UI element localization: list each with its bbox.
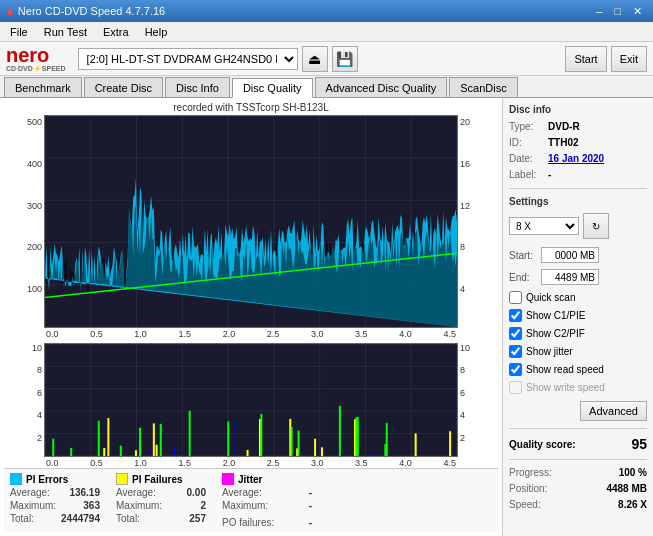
tab-create-disc[interactable]: Create Disc <box>84 77 163 97</box>
tab-benchmark[interactable]: Benchmark <box>4 77 82 97</box>
drive-selector[interactable]: [2:0] HL-DT-ST DVDRAM GH24NSD0 LH00 <box>78 48 298 70</box>
legend-area: PI Errors Average: 136.19 Maximum: 363 T… <box>4 468 498 532</box>
menu-help[interactable]: Help <box>139 24 174 40</box>
top-y-axis-left: 500400300200100 <box>24 115 44 328</box>
show-jitter-row: Show jitter <box>509 345 647 358</box>
disc-info-title: Disc info <box>509 104 647 115</box>
speed-row: 8 X ↻ <box>509 213 647 239</box>
tab-scan-disc[interactable]: ScanDisc <box>449 77 517 97</box>
end-mb-row: End: <box>509 269 647 285</box>
menu-bar: File Run Test Extra Help <box>0 22 653 42</box>
show-jitter-label: Show jitter <box>526 346 573 357</box>
bottom-y-axis-left: 108642 <box>24 341 44 457</box>
show-write-speed-label: Show write speed <box>526 382 605 393</box>
maximize-button[interactable]: □ <box>609 5 626 18</box>
speed-selector[interactable]: 8 X <box>509 217 579 235</box>
main-content: recorded with TSSTcorp SH-B123L 50040030… <box>0 98 653 536</box>
chart-area: recorded with TSSTcorp SH-B123L 50040030… <box>0 98 503 536</box>
quality-divider <box>509 428 647 429</box>
eject-icon[interactable]: ⏏ <box>302 46 328 72</box>
disc-label-row: Label: - <box>509 169 647 180</box>
top-x-axis: 0.00.51.01.52.02.53.03.54.04.5 <box>24 328 478 339</box>
disc-date-row: Date: 16 Jan 2020 <box>509 153 647 164</box>
quick-scan-label: Quick scan <box>526 292 575 303</box>
jitter-color <box>222 473 234 485</box>
tab-advanced-disc-quality[interactable]: Advanced Disc Quality <box>315 77 448 97</box>
pi-errors-header: PI Errors <box>26 474 68 485</box>
show-jitter-checkbox[interactable] <box>509 345 522 358</box>
pi-failures-color <box>116 473 128 485</box>
start-mb-row: Start: <box>509 247 647 263</box>
end-mb-input[interactable] <box>541 269 599 285</box>
quality-score-label: Quality score: <box>509 439 576 450</box>
exit-button[interactable]: Exit <box>611 46 647 72</box>
pi-errors-color <box>10 473 22 485</box>
app-icon: ● <box>6 4 14 19</box>
quick-scan-checkbox[interactable] <box>509 291 522 304</box>
jitter-header: Jitter <box>238 474 262 485</box>
show-read-speed-label: Show read speed <box>526 364 604 375</box>
show-c1-pie-label: Show C1/PIE <box>526 310 585 321</box>
start-button[interactable]: Start <box>565 46 606 72</box>
app-logo: nero CD·DVD⚡SPEED <box>6 45 66 73</box>
bottom-chart <box>44 343 458 457</box>
tab-bar: Benchmark Create Disc Disc Info Disc Qua… <box>0 76 653 98</box>
show-c2-pif-label: Show C2/PIF <box>526 328 585 339</box>
pi-failures-header: PI Failures <box>132 474 183 485</box>
progress-divider <box>509 459 647 460</box>
show-c2-pif-checkbox[interactable] <box>509 327 522 340</box>
bottom-x-axis: 0.00.51.01.52.02.53.03.54.04.5 <box>24 457 478 468</box>
top-y-axis-right: 20161284 <box>458 115 478 328</box>
toolbar: nero CD·DVD⚡SPEED [2:0] HL-DT-ST DVDRAM … <box>0 42 653 76</box>
minimize-button[interactable]: – <box>591 5 607 18</box>
show-c1-pie-checkbox[interactable] <box>509 309 522 322</box>
legend-pi-failures: PI Failures Average: 0.00 Maximum: 2 Tot… <box>116 473 206 528</box>
save-icon[interactable]: 💾 <box>332 46 358 72</box>
show-read-speed-checkbox[interactable] <box>509 363 522 376</box>
top-chart <box>44 115 458 328</box>
app-title: Nero CD-DVD Speed 4.7.7.16 <box>18 5 165 17</box>
show-write-speed-row: Show write speed <box>509 381 647 394</box>
chart-title: recorded with TSSTcorp SH-B123L <box>4 102 498 113</box>
chart-wrap: 500400300200100 20161284 0.00.51.01.52.0… <box>4 115 498 468</box>
show-write-speed-checkbox <box>509 381 522 394</box>
disc-type-row: Type: DVD-R <box>509 121 647 132</box>
progress-row: Progress: 100 % <box>509 467 647 478</box>
advanced-button[interactable]: Advanced <box>580 401 647 421</box>
disc-id-row: ID: TTH02 <box>509 137 647 148</box>
legend-pi-errors: PI Errors Average: 136.19 Maximum: 363 T… <box>10 473 100 528</box>
show-c1-row: Show C1/PIE <box>509 309 647 322</box>
quality-score-value: 95 <box>631 436 647 452</box>
bottom-y-axis-right: 108642 <box>458 341 478 457</box>
quick-scan-row: Quick scan <box>509 291 647 304</box>
tab-disc-quality[interactable]: Disc Quality <box>232 78 313 98</box>
refresh-icon[interactable]: ↻ <box>583 213 609 239</box>
menu-run-test[interactable]: Run Test <box>38 24 93 40</box>
bottom-chart-canvas <box>45 344 457 456</box>
position-row: Position: 4488 MB <box>509 483 647 494</box>
legend-jitter: Jitter Average: - Maximum: - PO failures… <box>222 473 312 528</box>
title-bar: ● Nero CD-DVD Speed 4.7.7.16 – □ ✕ <box>0 0 653 22</box>
top-chart-canvas <box>45 116 457 327</box>
settings-title: Settings <box>509 196 647 207</box>
show-read-speed-row: Show read speed <box>509 363 647 376</box>
start-mb-input[interactable] <box>541 247 599 263</box>
speed-row-display: Speed: 8.26 X <box>509 499 647 510</box>
menu-extra[interactable]: Extra <box>97 24 135 40</box>
quality-score-row: Quality score: 95 <box>509 436 647 452</box>
menu-file[interactable]: File <box>4 24 34 40</box>
settings-divider <box>509 188 647 189</box>
show-c2-row: Show C2/PIF <box>509 327 647 340</box>
tab-disc-info[interactable]: Disc Info <box>165 77 230 97</box>
window-controls: – □ ✕ <box>591 5 647 18</box>
close-button[interactable]: ✕ <box>628 5 647 18</box>
right-panel: Disc info Type: DVD-R ID: TTH02 Date: 16… <box>503 98 653 536</box>
